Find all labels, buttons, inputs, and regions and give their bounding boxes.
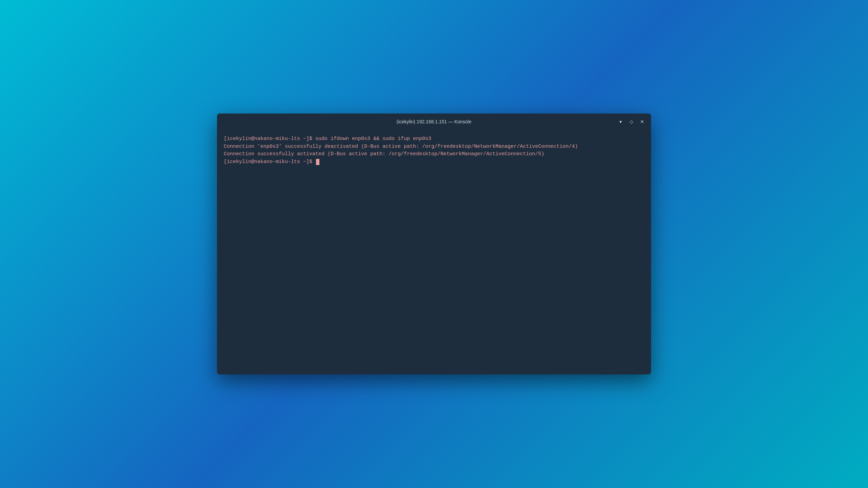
terminal-line-2: Connection 'enp0s3' successfully deactiv… [224,143,644,151]
window-title: (icekylin) 192.168.1.151 — Konsole [396,119,471,124]
minimize-button[interactable]: ▾ [616,117,625,126]
window-controls: ▾ ◇ ✕ [616,117,647,126]
terminal-window: (icekylin) 192.168.1.151 — Konsole ▾ ◇ ✕… [217,114,651,374]
maximize-button[interactable]: ◇ [627,117,636,126]
terminal-prompt: [icekylin@nakano-miku-lts ~]$ [224,158,315,166]
terminal-output[interactable]: [icekylin@nakano-miku-lts ~]$ sudo ifdow… [217,130,651,374]
titlebar: (icekylin) 192.168.1.151 — Konsole ▾ ◇ ✕ [217,114,651,130]
terminal-line-3: Connection successfully activated (D-Bus… [224,150,644,158]
terminal-cursor [316,159,319,165]
terminal-prompt-line: [icekylin@nakano-miku-lts ~]$ [224,158,644,166]
close-button[interactable]: ✕ [637,117,647,126]
terminal-line-1: [icekylin@nakano-miku-lts ~]$ sudo ifdow… [224,135,644,143]
